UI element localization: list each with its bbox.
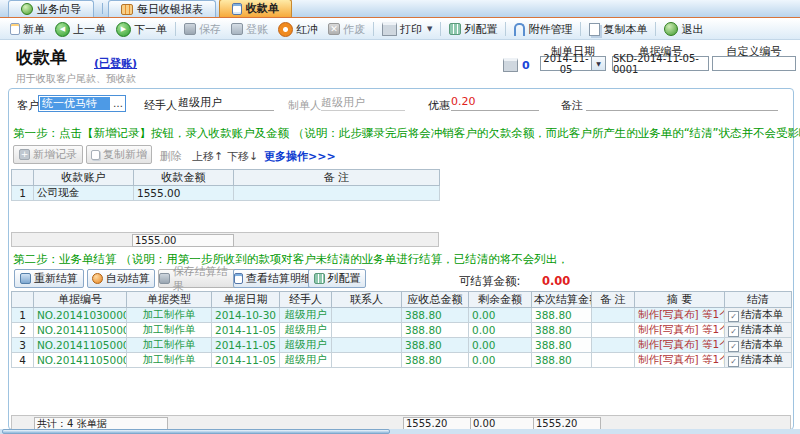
rownum-header	[12, 292, 34, 308]
move-up-button[interactable]: 上移↑	[192, 149, 223, 164]
table-row[interactable]: 3 NO.201411050002 加工制作单 2014-11-05 超级用户 …	[12, 338, 792, 353]
cell-remaining: 0.00	[469, 323, 532, 338]
toolbar-separator	[440, 22, 441, 36]
horizontal-scrollbar[interactable]	[0, 429, 800, 434]
cell-contact	[332, 323, 402, 338]
table-row[interactable]: 2 NO.201411050001 加工制作单 2014-11-05 超级用户 …	[12, 323, 792, 338]
auto-settle-button[interactable]: 自动结算	[87, 269, 155, 288]
more-actions-link[interactable]: 更多操作>>>	[264, 149, 336, 164]
settle-checkbox[interactable]: ✓	[728, 326, 739, 337]
add-icon: +	[19, 149, 30, 160]
cell-remark[interactable]	[592, 323, 635, 338]
col-header-doc-no[interactable]: 单据编号	[34, 292, 127, 308]
col-header-summary[interactable]: 摘 要	[635, 292, 725, 308]
settle-action-label[interactable]: 结清本单	[741, 308, 783, 320]
settle-action-label[interactable]: 结清本单	[741, 338, 783, 350]
print-button[interactable]: 打印 ▼	[377, 21, 437, 38]
red-reverse-button[interactable]: 红冲	[273, 21, 323, 38]
column-config2-button[interactable]: 列配置	[308, 269, 366, 288]
custom-no-field[interactable]	[712, 56, 796, 71]
settle-action-label[interactable]: 结清本单	[741, 323, 783, 335]
remark-field[interactable]	[586, 95, 778, 111]
cell-summary: 制作[写真布] 等1个项目	[635, 308, 725, 323]
col-header-settle-amount[interactable]: 本次结算金额	[532, 292, 592, 308]
cell-remark[interactable]	[592, 353, 635, 368]
new-doc-button[interactable]: 新单	[5, 21, 50, 38]
table-row[interactable]: 1 公司现金 1555.00	[12, 186, 440, 201]
table-row[interactable]: 4 NO.201411050003 加工制作单 2014-11-05 超级用户 …	[12, 353, 792, 368]
save-button[interactable]: 保存	[179, 21, 226, 38]
tab-receipt-form[interactable]: 收款单	[219, 0, 292, 17]
col-header-account[interactable]: 收款账户	[34, 170, 134, 186]
attachment-manage-button[interactable]: 附件管理	[509, 21, 577, 38]
cell-settle-amount[interactable]: 388.80	[532, 338, 592, 353]
cell-settle-amount[interactable]: 388.80	[532, 308, 592, 323]
cell-doc-type: 加工制作单	[127, 338, 212, 353]
customer-input[interactable]: 统一优马特 …	[38, 95, 126, 112]
cell-settle-amount[interactable]: 388.80	[532, 353, 592, 368]
tab-bar: 业务向导 每日收银报表 收款单	[0, 0, 800, 18]
settle-checkbox[interactable]: ✓	[728, 311, 739, 322]
cell-doc-date: 2014-11-05	[212, 353, 280, 368]
recalculate-button[interactable]: 重新结算	[14, 269, 84, 288]
col-header-handler[interactable]: 经手人	[280, 292, 332, 308]
date-dropdown[interactable]: 2014-11-05 ▼	[540, 56, 606, 71]
discount-field[interactable]: 0.20	[451, 95, 539, 111]
move-down-button[interactable]: 下移↓	[227, 149, 258, 164]
cell-remaining: 0.00	[469, 308, 532, 323]
col-header-amount[interactable]: 收款金额	[134, 170, 234, 186]
customer-picker-button[interactable]: …	[111, 98, 125, 109]
exit-icon	[664, 22, 678, 36]
posted-status-link[interactable]: (已登账)	[94, 56, 137, 71]
next-icon: ▶	[116, 22, 131, 37]
cell-account[interactable]: 公司现金	[34, 186, 134, 201]
chevron-down-icon[interactable]: ▼	[591, 57, 605, 70]
settle-checkbox[interactable]: ✓	[728, 341, 739, 352]
save-settle-result-button[interactable]: 保存结算结果	[158, 269, 238, 288]
add-record-button[interactable]: + 新增记录	[13, 145, 83, 164]
column-config-button[interactable]: 列配置	[444, 21, 502, 38]
copy-add-button[interactable]: 复制新增	[86, 145, 152, 164]
copy-doc-button[interactable]: 复制本单	[584, 21, 652, 38]
next-doc-button[interactable]: ▶ 下一单	[111, 21, 172, 38]
col-header-remaining[interactable]: 剩余金额	[469, 292, 532, 308]
button-label: 上一单	[73, 22, 106, 37]
col-header-remark[interactable]: 备 注	[592, 292, 635, 308]
prev-icon: ◀	[55, 22, 70, 37]
settle-checkbox[interactable]: ✓	[728, 356, 739, 367]
col-header-doc-type[interactable]: 单据类型	[127, 292, 212, 308]
scrollbar-thumb[interactable]	[2, 429, 390, 434]
printer-icon[interactable]	[503, 58, 518, 72]
view-settle-detail-button[interactable]: 查看结算明细	[233, 269, 313, 288]
cell-handler: 超级用户	[280, 338, 332, 353]
report-grid-icon	[121, 4, 133, 15]
prev-doc-button[interactable]: ◀ 上一单	[50, 21, 111, 38]
doc-no-field[interactable]: SKD-2014-11-05-0001	[612, 56, 709, 71]
cell-remark[interactable]	[592, 338, 635, 353]
tab-daily-cashier-report[interactable]: 每日收银报表	[108, 0, 216, 17]
handler-field[interactable]: 超级用户	[178, 95, 274, 111]
col-header-remark[interactable]: 备 注	[234, 170, 440, 186]
delete-button[interactable]: 删除	[160, 149, 182, 164]
void-button[interactable]: ✕ 作废	[323, 21, 370, 38]
red-reverse-icon	[278, 22, 293, 37]
wizard-globe-icon	[21, 3, 33, 15]
account-total-row: 1555.00	[11, 232, 439, 247]
cell-remaining: 0.00	[469, 353, 532, 368]
col-header-contact[interactable]: 联系人	[332, 292, 402, 308]
settle-action-label[interactable]: 结清本单	[741, 353, 783, 365]
cell-settle-amount[interactable]: 388.80	[532, 323, 592, 338]
col-header-doc-date[interactable]: 单据日期	[212, 292, 280, 308]
button-label: 红冲	[296, 22, 318, 37]
col-header-receivable[interactable]: 应收总金额	[402, 292, 469, 308]
cell-remark[interactable]	[234, 186, 440, 201]
table-row[interactable]: 1 NO.201410300002 加工制作单 2014-10-30 超级用户 …	[12, 308, 792, 323]
print-dropdown-icon[interactable]: ▼	[427, 25, 432, 33]
col-header-settled[interactable]: 结清	[725, 292, 792, 308]
cell-amount[interactable]: 1555.00	[134, 186, 234, 201]
exit-button[interactable]: 退出	[659, 21, 708, 38]
tab-business-wizard[interactable]: 业务向导	[8, 0, 94, 17]
post-account-button[interactable]: 登账	[226, 21, 273, 38]
cell-remark[interactable]	[592, 308, 635, 323]
receipt-form-window: 业务向导 每日收银报表 收款单 新单 ◀ 上一单 ▶ 下一单 保存	[0, 0, 800, 434]
